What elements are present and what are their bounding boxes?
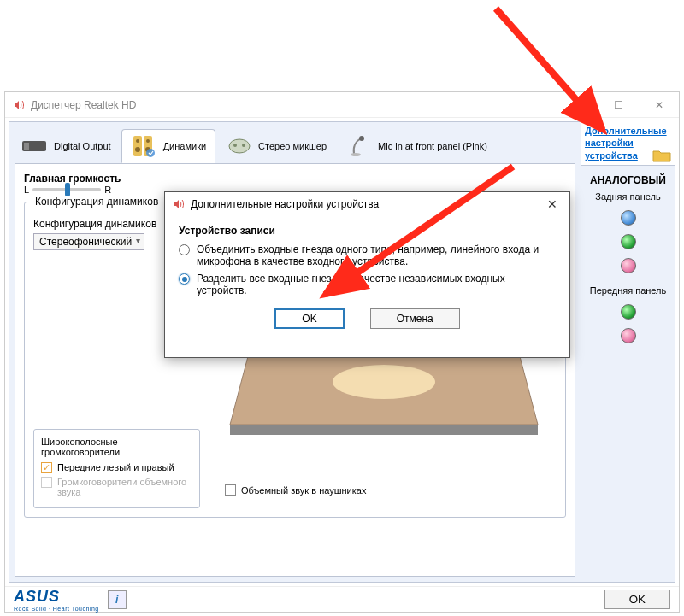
svg-point-12 bbox=[233, 144, 237, 147]
split-inputs-radio[interactable] bbox=[179, 273, 190, 285]
front-jack-green[interactable] bbox=[621, 304, 636, 320]
speaker-config-dropdown[interactable]: Стереофонический bbox=[33, 233, 144, 250]
balance-slider[interactable]: L R bbox=[24, 185, 121, 195]
svg-rect-3 bbox=[24, 143, 29, 150]
tab-label: Динамики bbox=[163, 141, 206, 151]
titlebar: Диспетчер Realtek HD ─ ☐ ✕ bbox=[5, 92, 679, 118]
rear-jack-pink[interactable] bbox=[621, 258, 636, 273]
front-lr-checkbox[interactable] bbox=[41, 462, 52, 473]
cancel-label: Отмена bbox=[397, 313, 433, 325]
split-inputs-label: Разделить все входные гнезда в качестве … bbox=[197, 273, 556, 296]
rear-panel-label: Задняя панель bbox=[585, 191, 671, 202]
wideband-box: Широкополосные громкоговорители Передние… bbox=[33, 429, 200, 508]
balance-left: L bbox=[24, 185, 29, 195]
balance-track[interactable] bbox=[32, 188, 101, 191]
rear-jack-blue[interactable] bbox=[621, 210, 636, 226]
tab-stereo-mixer[interactable]: Стерео микшер bbox=[217, 129, 335, 163]
svg-point-10 bbox=[146, 149, 155, 157]
fieldset-legend: Конфигурация динамиков bbox=[32, 196, 162, 208]
bottom-bar: ASUS Rock Solid · Heart Touching i OK bbox=[5, 586, 679, 612]
ok-label: OK bbox=[629, 593, 646, 606]
dialog-close-button[interactable]: ✕ bbox=[542, 197, 563, 211]
rear-jack-green[interactable] bbox=[621, 234, 636, 249]
tab-mic-front[interactable]: Mic in at front panel (Pink) bbox=[337, 129, 496, 163]
surround-headphones-checkbox[interactable] bbox=[225, 484, 236, 496]
minimize-button[interactable]: ─ bbox=[564, 99, 590, 111]
surround-speakers-checkbox bbox=[41, 477, 52, 488]
svg-point-11 bbox=[229, 139, 250, 153]
side-panel: Дополнительные настройки устройства АНАЛ… bbox=[581, 121, 675, 583]
close-button[interactable]: ✕ bbox=[646, 99, 672, 111]
info-icon: i bbox=[115, 594, 118, 606]
dialog-titlebar: Дополнительные настройки устройства ✕ bbox=[165, 192, 569, 216]
tab-label: Стерео микшер bbox=[258, 141, 327, 151]
analog-heading: АНАЛОГОВЫЙ bbox=[585, 174, 671, 186]
dialog-title: Дополнительные настройки устройства bbox=[191, 198, 379, 210]
dropdown-value: Стереофонический bbox=[39, 236, 132, 248]
tabs: Digital Output Динамики Стерео микшер bbox=[9, 122, 581, 163]
tab-label: Mic in at front panel (Pink) bbox=[378, 141, 487, 151]
asus-logo: ASUS bbox=[14, 588, 99, 606]
speaker-icon bbox=[172, 197, 186, 211]
svg-rect-4 bbox=[133, 136, 142, 156]
front-panel-label: Передняя панель bbox=[585, 285, 671, 296]
merge-inputs-radio[interactable] bbox=[179, 244, 190, 255]
front-jack-pink[interactable] bbox=[621, 328, 636, 343]
window-controls: ─ ☐ ✕ bbox=[564, 99, 672, 111]
svg-point-19 bbox=[333, 365, 435, 399]
recording-device-heading: Устройство записи bbox=[179, 225, 556, 237]
svg-point-14 bbox=[359, 136, 364, 141]
digital-output-icon bbox=[21, 134, 49, 158]
balance-right: R bbox=[104, 185, 111, 195]
speakers-icon bbox=[131, 134, 158, 158]
main-ok-button[interactable]: OK bbox=[604, 590, 670, 609]
wideband-legend: Широкополосные громкоговорители bbox=[41, 437, 192, 457]
svg-marker-18 bbox=[230, 425, 538, 435]
tab-digital-output[interactable]: Digital Output bbox=[13, 129, 120, 163]
folder-icon[interactable] bbox=[652, 149, 671, 165]
info-button[interactable]: i bbox=[108, 590, 127, 609]
maximize-button[interactable]: ☐ bbox=[605, 99, 631, 111]
svg-point-6 bbox=[136, 139, 139, 143]
analog-jacks-box: АНАЛОГОВЫЙ Задняя панель Передняя панель bbox=[581, 165, 675, 583]
front-lr-label: Передние левый и правый bbox=[57, 462, 174, 472]
volume-label: Главная громкость bbox=[24, 173, 121, 185]
surround-headphones-label: Объемный звук в наушниках bbox=[241, 485, 366, 496]
mic-icon bbox=[345, 134, 373, 158]
tab-label: Digital Output bbox=[54, 141, 111, 151]
dialog-ok-button[interactable]: OK bbox=[274, 308, 344, 329]
ok-label: OK bbox=[302, 313, 316, 325]
svg-point-7 bbox=[146, 139, 150, 143]
advanced-settings-dialog: Дополнительные настройки устройства ✕ Ус… bbox=[164, 191, 570, 358]
tab-speakers[interactable]: Динамики bbox=[121, 129, 215, 163]
dialog-body: Устройство записи Объединить входные гне… bbox=[165, 216, 569, 334]
svg-point-13 bbox=[242, 144, 245, 147]
dialog-cancel-button[interactable]: Отмена bbox=[370, 308, 460, 329]
surround-speakers-label: Громкоговорители объемного звука bbox=[57, 477, 192, 497]
asus-tagline: Rock Solid · Heart Touching bbox=[14, 606, 99, 612]
mixer-icon bbox=[226, 134, 253, 158]
merge-inputs-label: Объединить входные гнезда одного типа, н… bbox=[197, 243, 556, 267]
window-title: Диспетчер Realtek HD bbox=[31, 99, 136, 111]
speaker-icon bbox=[12, 98, 26, 112]
svg-point-8 bbox=[135, 147, 140, 152]
svg-point-15 bbox=[351, 153, 361, 156]
